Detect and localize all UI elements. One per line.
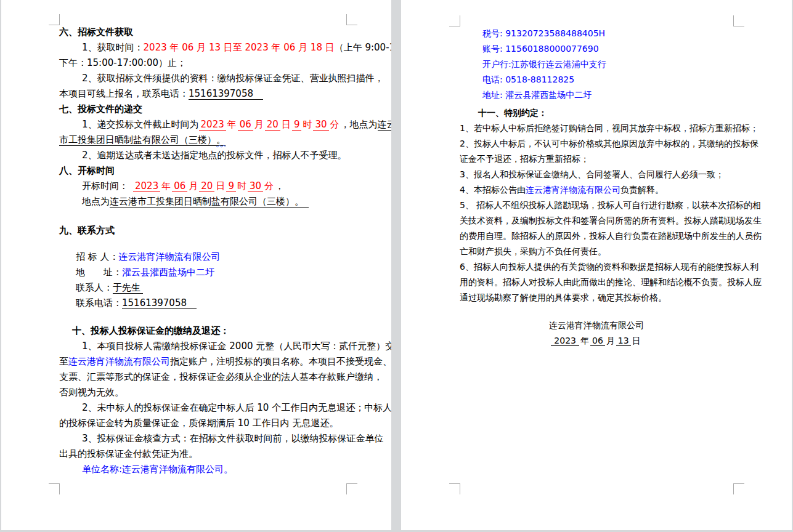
tenderer-address: 灌云县灌西盐场中二圩 [122, 267, 214, 278]
interpreting-company-name: 连云港宵洋物流有限公司 [526, 185, 620, 195]
late-delivery-line: 2、逾期送达或者未送达指定地点的投标文件，招标人不予受理。 [59, 148, 346, 163]
special-term-4: 4、本招标公告由连云港宵洋物流有限公司负责解释。 [460, 182, 733, 198]
document-page-1[interactable]: 六、招标文件获取 1、获取时间：2023 年 06 月 13 日至 2023 年… [1, 0, 391, 530]
text-run: 证金不予退还，招标方重新招标； [460, 154, 589, 164]
tax-id-line: 税号: 91320723588488405H [460, 26, 733, 41]
special-term-3: 3、报名人和投标保证金缴纳人、合同签署人、合同履行人必须一致； [460, 167, 733, 182]
label-run: 联系人： [76, 282, 113, 293]
contact-phone-number: 15161397058 [122, 297, 197, 309]
margin-corner-mark [49, 483, 60, 494]
text-run: 本项目可线上报名，联系电话： [59, 88, 189, 99]
document-page-2[interactable]: 税号: 91320723588488405H 账号: 1156018800007… [401, 0, 792, 530]
text-run: 亡和财产损失，采购方不负任何责任。 [460, 246, 606, 256]
text-run: 5、 招标人不组织投标人踏勘现场，投标人可自行进行勘察，以获本次招标的相 [460, 200, 761, 210]
label-run: 1、获取时间： [82, 42, 144, 53]
text-run: 2、未中标人的投标保证金在确定中标人后 10 个工作日内无息退还；中标人 [82, 402, 391, 413]
signature-day: 13 [616, 336, 631, 346]
text-run: 出具的投标保证金付款凭证为准。 [59, 448, 198, 459]
bid-opening-time-line: 开标时间：2023年06月20日9时30分， [59, 179, 346, 194]
deposit-invalid-line: 否则视为无效。 [59, 385, 346, 400]
bank-address-line: 地址: 灌云县灌西盐场中二圩 [460, 87, 733, 103]
text-run: 的投标保证金转为质量保证金，质保期满后 10 工作日内 无息退还。 [59, 417, 338, 429]
bank-phone: 电话: 0518-88112825 [482, 75, 574, 84]
text-run: 关技术资料，及编制投标文件和签署合同所需的所有资料。投标人踏勘现场发生 [460, 216, 762, 225]
location-run: 连云港市工投集团日晒制盐有限公司（三楼）。 [110, 196, 309, 208]
special-term-6: 6、招标人向投标人提供的有关货物的资料和数据是招标人现有的能使投标人利 [460, 259, 733, 275]
margin-corner-mark [346, 483, 357, 494]
deposit-payee-line: 至连云港宵洋物流有限公司指定账户，注明投标的项目名称。本项目不接受现金、 [59, 354, 346, 369]
special-term-5-cont-1: 关技术资料，及编制投标文件和签署合同所需的所有资料。投标人踏勘现场发生 [460, 213, 733, 228]
phone-number: 15161397058 [189, 88, 263, 100]
document-viewer-canvas: { "colors": { "accent_red": "#FF0000", "… [0, 0, 793, 532]
text-run: 6、招标人向投标人提供的有关货物的资料和数据是招标人现有的能使投标人利 [460, 262, 758, 272]
text-run: 用的资料。招标人对投标人由此而做出的推论、理解和结论概不负责。投标人应 [460, 277, 762, 287]
opening-year: 2023 [133, 180, 160, 192]
text-run: 通过现场勘察了解使用的具体要求，确定其投标价格。 [460, 292, 667, 302]
unit-month: 月 [187, 180, 199, 191]
page-2-text-area: 税号: 91320723588488405H 账号: 1156018800007… [460, 26, 733, 349]
text-run: 至 [59, 356, 68, 367]
tax-id: 税号: 91320723588488405H [482, 28, 605, 38]
deposit-refund-line-2: 的投标保证金转为质量保证金，质保期满后 10 工作日内 无息退还。 [59, 416, 346, 431]
address-line: 地 址：灌云县灌西盐场中二圩 [59, 265, 346, 280]
bank-phone-line: 电话: 0518-88112825 [460, 72, 733, 87]
unit-month: 月 [605, 336, 616, 345]
section-7-heading: 七、投标文件的递交 [59, 102, 346, 117]
deposit-form-line: 支票、汇票等形式的保证金，投标保证金必须从企业的法人基本存款账户缴纳， [59, 369, 346, 385]
special-term-5-cont-3: 亡和财产损失，采购方不负任何责任。 [460, 244, 733, 259]
location-run: 市工投集团日晒制盐有限公司（三楼）。 [59, 134, 226, 146]
submission-deadline-line: 1、递交投标文件截止时间为2023年06月20日9时30分，地点为连云港 [59, 117, 346, 132]
proofing-mark-fullstop: 。 [216, 134, 226, 145]
bank-branch: 开户行:江苏银行连云港浦中支行 [482, 59, 606, 69]
margin-corner-mark [49, 14, 60, 25]
contact-person-line: 联系人：于先生 [59, 280, 346, 296]
signature-company-line: 连云港宵洋物流有限公司 [460, 318, 733, 333]
section-6-heading: 六、招标文件获取 [59, 25, 346, 40]
account-number: 账号: 11560188000077690 [482, 44, 599, 54]
heading-text: 六、招标文件获取 [59, 26, 133, 38]
label-run: 1、递交投标文件截止时间为 [82, 119, 199, 130]
heading-text: 八、开标时间 [59, 165, 115, 176]
margin-corner-mark [449, 15, 460, 26]
bank-address: 地址: 灌云县灌西盐场中二圩 [482, 90, 592, 100]
text-run: ，地点为 [341, 119, 378, 130]
text-run: 否则视为无效。 [59, 387, 124, 398]
text-run: 3、报名人和投标保证金缴纳人、合同签署人、合同履行人必须一致； [460, 169, 724, 179]
text-run: 3、投标保证金核查方式：在招标文件获取时间前，以缴纳投标保证金单位 [82, 433, 384, 444]
special-term-5: 5、 招标人不组织投标人踏勘现场，投标人可自行进行勘察，以获本次招标的相 [460, 198, 733, 213]
deposit-verify-line: 3、投标保证金核查方式：在招标文件获取时间前，以缴纳投标保证金单位 [59, 431, 346, 446]
text-run: 2、逾期送达或者未送达指定地点的投标文件，招标人不予受理。 [82, 150, 347, 161]
heading-text: 十、投标人投标保证金的缴纳及退还： [72, 325, 229, 336]
section-9-heading: 九、联系方式 [59, 223, 346, 238]
text-run: ， [275, 180, 284, 191]
heading-text: 七、投标文件的递交 [59, 103, 142, 115]
heading-text: 九、联系方式 [59, 225, 115, 236]
text-run: 支票、汇票等形式的保证金，投标保证金必须从企业的法人基本存款账户缴纳， [59, 371, 383, 382]
unit-minute: 分 [263, 180, 275, 191]
unit-name-line: 单位名称:连云港宵洋物流有限公司。 [59, 462, 346, 477]
special-term-6-cont-1: 用的资料。招标人对投标人由此而做出的推论、理解和结论概不负责。投标人应 [460, 275, 733, 290]
section-10-heading: 十、投标人投标保证金的缴纳及退还： [59, 323, 346, 339]
obtain-time-line-2: 下午：15:00-17:00:00）止； [59, 55, 346, 71]
deposit-refund-line: 2、未中标人的投标保证金在确定中标人后 10 个工作日内无息退还；中标人 [59, 400, 346, 416]
deadline-month: 06 [238, 119, 253, 131]
text-run: 2、获取招标文件须提供的资料：缴纳投标保证金凭证、营业执照扫描件， [82, 73, 384, 84]
submission-location-line: 市工投集团日晒制盐有限公司（三楼）。 [59, 132, 346, 148]
special-term-5-cont-2: 的费用自理。除招标人的原因外，投标人自行负责在踏勘现场中所发生的人员伤 [460, 228, 733, 244]
page-1-text-area: 六、招标文件获取 1、获取时间：2023 年 06 月 13 日至 2023 年… [59, 25, 346, 477]
text-run: 负责解释。 [620, 185, 664, 195]
text-run: 2、投标人中标后，不认可中标价格或其他原因放弃中标权的，其缴纳的投标保 [460, 139, 758, 148]
text-run: 的费用自理。除招标人的原因外，投标人自行负责在踏勘现场中所发生的人员伤 [460, 231, 762, 241]
unit-company-name: 单位名称:连云港宵洋物流有限公司。 [82, 464, 233, 475]
location-run: 连云港 [378, 119, 391, 131]
signup-phone-line: 本项目可线上报名，联系电话：15161397058 [59, 86, 346, 102]
signature-date-line: 2023年06月13日 [460, 333, 733, 349]
label-run: 地点为 [82, 196, 110, 207]
unit-year: 年 [579, 336, 590, 345]
opening-minute: 30 [248, 180, 263, 192]
text-run: 4、本招标公告由 [460, 185, 526, 195]
text-run: （上午 9:00-11:00， [335, 42, 391, 53]
contact-phone-line: 联系电话：15161397058 [59, 296, 346, 311]
special-term-1: 1、若中标人中标后拒绝签订购销合同，视同其放弃中标权，招标方重新招标； [460, 121, 733, 136]
text-run: 指定账户，注明投标的项目名称。本项目不接受现金、 [170, 356, 391, 367]
